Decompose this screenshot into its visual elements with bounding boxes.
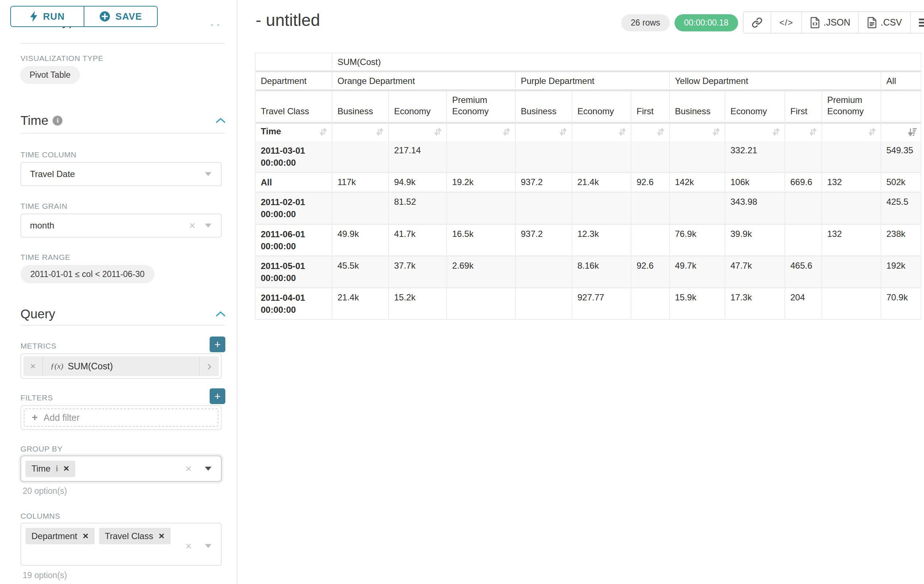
row-header-cell: 2011-05-01 00:00:00	[256, 257, 332, 288]
time-range-label: TIME RANGE	[20, 253, 71, 262]
sort-icon[interactable]	[711, 127, 721, 139]
export-csv-button[interactable]: .CSV	[858, 12, 910, 33]
value-cell: 132	[822, 173, 881, 193]
value-cell	[332, 193, 389, 224]
metrics-label: METRICS	[20, 342, 57, 350]
value-cell: 502k	[881, 173, 921, 193]
info-icon[interactable]: i	[56, 464, 58, 474]
value-cell: 92.6	[632, 173, 670, 193]
add-filter-plus-button[interactable]: +	[210, 388, 225, 404]
column-header: First	[785, 91, 822, 124]
value-cell: 204	[785, 288, 822, 319]
sort-icon[interactable]	[502, 127, 511, 139]
value-cell: 12.3k	[572, 225, 632, 257]
row-header-cell: 2011-06-01 00:00:00	[256, 225, 332, 257]
value-cell: 937.2	[516, 173, 572, 193]
time-grain-label: TIME GRAIN	[20, 202, 68, 211]
clear-icon[interactable]: ×	[185, 463, 192, 474]
row-count-badge: 26 rows	[621, 14, 670, 31]
time-range-pill[interactable]: 2011-01-01 ≤ col < 2011-06-30	[20, 265, 155, 283]
dimension-tag[interactable]: Department✕	[26, 528, 95, 544]
view-query-button[interactable]: </>	[771, 12, 801, 33]
clear-icon[interactable]: ×	[189, 220, 195, 231]
value-cell: 465.6	[785, 257, 822, 288]
sort-icon[interactable]	[318, 127, 328, 139]
column-header: Economy	[389, 91, 447, 124]
value-cell: 81.52	[389, 193, 447, 224]
value-cell: 17.3k	[725, 288, 785, 319]
add-filter-button[interactable]: + Add filter	[24, 408, 218, 427]
expand-metric-icon[interactable]: ›	[199, 356, 219, 376]
value-cell	[447, 288, 516, 319]
run-button[interactable]: RUN	[11, 7, 84, 26]
query-section-title: Query	[20, 307, 55, 321]
value-cell	[822, 193, 881, 224]
export-button-group: </> .JSON .CSV	[743, 12, 924, 34]
run-save-button-group: RUN SAVE	[10, 6, 158, 27]
metric-header: SUM(Cost)	[332, 53, 921, 72]
metric-pill[interactable]: × ƒ(x) SUM(Cost) ›	[23, 356, 219, 376]
sort-icon[interactable]	[867, 127, 877, 139]
value-cell: 15.9k	[670, 288, 725, 319]
save-button[interactable]: SAVE	[84, 7, 157, 26]
value-cell: 16.5k	[447, 225, 516, 257]
export-json-button[interactable]: .JSON	[801, 12, 859, 33]
value-cell	[516, 257, 572, 288]
remove-tag-icon[interactable]: ✕	[82, 532, 89, 541]
value-cell: 49.7k	[670, 257, 725, 288]
sort-icon[interactable]	[433, 127, 443, 139]
value-cell: 927.77	[572, 288, 632, 319]
value-cell: 21.4k	[332, 288, 389, 319]
value-cell: 425.5	[881, 193, 921, 224]
sort-icon[interactable]	[771, 127, 781, 139]
row-header-cell: 2011-03-01 00:00:00	[256, 141, 332, 173]
remove-tag-icon[interactable]: ✕	[158, 532, 165, 541]
value-cell	[332, 141, 389, 173]
sort-desc-icon[interactable]	[908, 127, 917, 139]
chevron-down-icon	[205, 224, 211, 228]
collapse-chevron-icon[interactable]	[216, 311, 226, 317]
group-by-select[interactable]: Timei✕ ×	[20, 456, 222, 482]
value-cell: 8.16k	[572, 257, 632, 288]
sort-icon[interactable]	[617, 127, 627, 139]
collapse-chevron-icon[interactable]	[216, 118, 226, 123]
sort-icon[interactable]	[375, 127, 384, 139]
value-cell	[632, 288, 670, 319]
tag-label: Time	[31, 464, 50, 474]
value-cell	[670, 193, 725, 224]
plus-circle-icon	[99, 11, 110, 22]
time-grain-select[interactable]: month ×	[20, 214, 222, 238]
divider	[20, 133, 225, 133]
remove-metric-icon[interactable]: ×	[23, 356, 43, 376]
value-cell	[670, 141, 725, 173]
dimension-tag[interactable]: Travel Class✕	[99, 528, 170, 544]
value-cell: 39.9k	[725, 225, 785, 257]
share-link-button[interactable]	[744, 12, 771, 33]
dimension-tag[interactable]: Timei✕	[26, 461, 75, 477]
group-by-options-count: 20 option(s)	[23, 486, 67, 496]
sort-icon[interactable]	[808, 127, 818, 139]
columns-select[interactable]: Department✕Travel Class✕ ×	[20, 523, 222, 566]
lightning-icon	[30, 11, 38, 22]
value-cell: 343.98	[725, 193, 785, 224]
corner-cell	[256, 53, 332, 72]
info-icon[interactable]: i	[53, 116, 63, 125]
chart-title[interactable]: - untitled	[256, 10, 320, 30]
link-icon	[752, 17, 762, 28]
columns-label: COLUMNS	[20, 512, 60, 520]
column-group-header: Orange Department	[332, 72, 516, 91]
time-column-select[interactable]: Travel Date	[20, 162, 222, 186]
clear-icon[interactable]: ×	[185, 541, 192, 551]
value-cell	[785, 193, 822, 224]
column-header: Economy	[572, 91, 632, 124]
visualization-type-pill[interactable]: Pivot Table	[20, 66, 79, 84]
add-metric-button[interactable]: +	[210, 337, 225, 352]
menu-button[interactable]	[910, 12, 924, 33]
sort-icon[interactable]	[558, 127, 568, 139]
remove-tag-icon[interactable]: ✕	[63, 464, 70, 473]
function-icon: ƒ(x)	[50, 361, 63, 371]
metric-container: × ƒ(x) SUM(Cost) ›	[20, 353, 222, 379]
run-label: RUN	[43, 11, 64, 22]
sort-icon[interactable]	[656, 127, 665, 139]
time-column-label: TIME COLUMN	[20, 150, 77, 159]
